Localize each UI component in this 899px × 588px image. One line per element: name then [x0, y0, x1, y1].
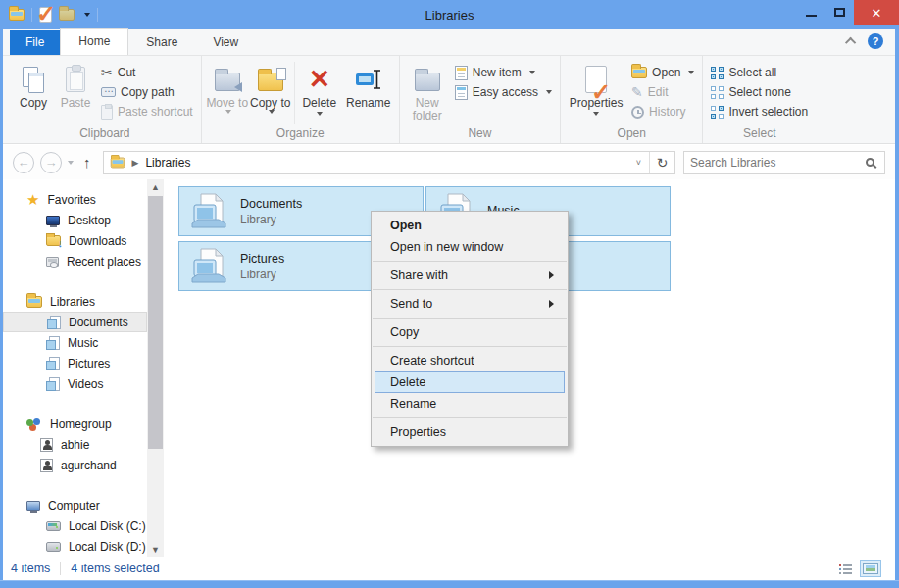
new-folder-button[interactable]: New folder	[404, 60, 451, 122]
library-icon	[189, 247, 228, 286]
navigation-pane: ★ Favorites Desktop Downloads Recent pla…	[3, 179, 147, 557]
rename-button[interactable]: Rename	[342, 60, 395, 110]
icons-view-button[interactable]	[860, 560, 881, 577]
status-divider	[60, 562, 61, 575]
ribbon-mini-separator	[294, 62, 295, 124]
qat-properties-icon[interactable]	[39, 7, 52, 23]
window-border-bottom	[0, 580, 899, 588]
menu-item-delete[interactable]: Delete	[375, 371, 565, 393]
library-icon	[47, 316, 61, 329]
sidebar-section-favorites[interactable]: ★ Favorites	[3, 189, 147, 210]
select-all-icon	[711, 67, 724, 79]
tab-file[interactable]: File	[10, 30, 60, 55]
breadcrumb-right: ˅ ↻	[628, 152, 674, 173]
qat-customize-icon[interactable]	[84, 13, 90, 17]
sidebar-gap	[3, 394, 147, 414]
cut-button[interactable]: ✂ Cut	[97, 63, 197, 82]
title-bar: Libraries ✕	[0, 0, 899, 29]
sidebar-item-recent-places[interactable]: Recent places	[3, 251, 147, 271]
menu-item-share-with[interactable]: Share with	[375, 265, 565, 286]
back-button[interactable]: ←	[13, 152, 34, 173]
qat-separator	[31, 8, 32, 22]
select-all-button[interactable]: Select all	[707, 63, 812, 82]
invert-selection-button[interactable]: Invert selection	[707, 102, 812, 122]
sidebar-section-libraries[interactable]: Libraries	[3, 291, 147, 312]
sidebar-section-computer[interactable]: Computer	[3, 495, 147, 515]
history-button[interactable]: History	[627, 102, 698, 122]
details-view-button[interactable]	[834, 560, 856, 577]
scroll-up-icon[interactable]: ▲	[147, 179, 164, 194]
minimize-icon	[806, 15, 817, 17]
move-to-button[interactable]: Move to	[206, 60, 249, 114]
sidebar-item-desktop[interactable]: Desktop	[3, 210, 147, 230]
tab-view[interactable]: View	[195, 30, 256, 55]
copy-to-icon	[258, 73, 283, 91]
status-bar: 4 items 4 items selected	[3, 557, 895, 580]
delete-button[interactable]: ✕ Delete	[297, 60, 342, 116]
forward-button[interactable]: →	[40, 152, 62, 173]
tab-share[interactable]: Share	[128, 30, 195, 55]
menu-item-create-shortcut[interactable]: Create shortcut	[375, 350, 565, 371]
minimize-button[interactable]	[797, 0, 825, 24]
copy-to-button[interactable]: Copy to	[249, 60, 292, 114]
group-clipboard: Copy Paste ✂ Cut Copy path	[3, 56, 202, 143]
copy-path-icon	[101, 87, 116, 97]
context-menu: Open Open in new window Share with Send …	[371, 211, 569, 447]
properties-button[interactable]: Properties	[565, 60, 627, 116]
search-input[interactable]	[684, 156, 866, 170]
help-icon[interactable]: ?	[868, 33, 883, 49]
scroll-down-icon[interactable]: ▼	[147, 542, 164, 557]
submenu-arrow-icon	[549, 271, 554, 279]
open-button[interactable]: Open	[627, 63, 698, 82]
group-label-clipboard: Clipboard	[13, 126, 197, 143]
breadcrumb[interactable]: ▶ Libraries ˅ ↻	[103, 151, 676, 174]
menu-item-properties[interactable]: Properties	[375, 421, 565, 443]
easy-access-button[interactable]: Easy access	[451, 82, 556, 102]
sidebar-item-local-disk-c[interactable]: Local Disk (C:)	[3, 515, 147, 536]
new-item-button[interactable]: New item	[451, 63, 556, 82]
copy-path-button[interactable]: Copy path	[97, 82, 197, 102]
copy-button[interactable]: Copy	[13, 60, 54, 110]
sidebar-item-videos[interactable]: Videos	[3, 373, 147, 394]
sidebar-item-abhie[interactable]: abhie	[3, 434, 147, 455]
breadcrumb-item[interactable]: Libraries	[145, 156, 190, 170]
sidebar-item-local-disk-d[interactable]: Local Disk (D:)	[3, 536, 147, 557]
menu-item-send-to[interactable]: Send to	[375, 293, 565, 315]
search-box	[683, 151, 885, 174]
paste-shortcut-button[interactable]: Paste shortcut	[97, 102, 197, 122]
nav-buttons: ← → ↑	[3, 152, 103, 173]
menu-separator	[373, 417, 567, 418]
chevron-down-icon	[593, 112, 599, 116]
refresh-button[interactable]: ↻	[649, 152, 674, 173]
address-dropdown-icon[interactable]: ˅	[628, 158, 649, 168]
sidebar-item-agurchand[interactable]: agurchand	[3, 455, 147, 475]
chevron-down-icon	[225, 110, 231, 114]
sidebar-scrollbar[interactable]: ▲ ▼	[147, 179, 164, 557]
menu-item-open[interactable]: Open	[375, 215, 565, 236]
up-button[interactable]: ↑	[79, 154, 95, 171]
minimize-ribbon-icon[interactable]	[845, 37, 856, 48]
sidebar-item-music[interactable]: Music	[3, 332, 147, 353]
scrollbar-thumb[interactable]	[148, 196, 163, 449]
chevron-down-icon	[317, 112, 323, 116]
recent-locations-icon[interactable]	[68, 161, 74, 165]
qat-new-folder-icon[interactable]	[59, 9, 75, 21]
sidebar-section-homegroup[interactable]: Homegroup	[3, 414, 147, 434]
menu-item-rename[interactable]: Rename	[375, 393, 565, 415]
sidebar-item-documents[interactable]: Documents	[3, 312, 147, 332]
maximize-button[interactable]	[825, 0, 854, 24]
desktop-icon	[46, 216, 60, 225]
menu-item-copy[interactable]: Copy	[375, 321, 565, 343]
close-button[interactable]: ✕	[854, 0, 899, 25]
sidebar-item-downloads[interactable]: Downloads	[3, 230, 147, 251]
tab-home[interactable]: Home	[60, 28, 128, 55]
new-item-icon	[455, 66, 468, 80]
select-none-button[interactable]: Select none	[707, 82, 812, 102]
edit-button[interactable]: ✎ Edit	[627, 82, 698, 102]
search-icon[interactable]	[866, 158, 874, 167]
ribbon: Copy Paste ✂ Cut Copy path	[3, 56, 895, 144]
disk-icon	[46, 542, 61, 552]
menu-item-open-new-window[interactable]: Open in new window	[375, 236, 565, 258]
paste-button[interactable]: Paste	[54, 60, 97, 110]
sidebar-item-pictures[interactable]: Pictures	[3, 353, 147, 373]
